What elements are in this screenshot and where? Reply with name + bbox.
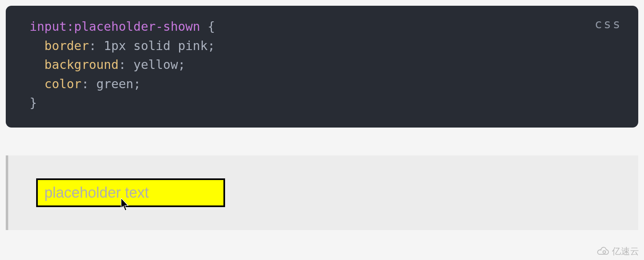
code-value-2: green — [97, 77, 133, 91]
code-value-1: yellow — [133, 57, 178, 72]
code-selector: input:placeholder-shown — [30, 19, 200, 34]
code-prop-2: color — [44, 77, 81, 91]
code-prop-0: border — [44, 39, 89, 53]
code-value-0: 1px solid pink — [104, 39, 208, 53]
demo-input[interactable]: placeholder text — [36, 178, 225, 207]
watermark: 亿速云 — [596, 245, 639, 258]
svg-point-0 — [603, 251, 605, 253]
demo-block: placeholder text — [6, 155, 638, 230]
language-label: css — [595, 15, 622, 34]
brace-open: { — [200, 19, 215, 34]
demo-placeholder-text: placeholder text — [44, 184, 149, 201]
code-line-rule-1: background: yellow; — [30, 55, 614, 75]
code-prop-1: background — [44, 57, 119, 72]
brace-close: } — [30, 96, 37, 110]
code-line-close: } — [30, 94, 614, 113]
cloud-icon — [596, 247, 610, 256]
code-line-rule-0: border: 1px solid pink; — [30, 36, 614, 56]
code-line-selector: input:placeholder-shown { — [30, 17, 614, 36]
code-block: css input:placeholder-shown { border: 1p… — [6, 6, 638, 128]
code-line-rule-2: color: green; — [30, 75, 614, 94]
watermark-text: 亿速云 — [612, 245, 639, 258]
